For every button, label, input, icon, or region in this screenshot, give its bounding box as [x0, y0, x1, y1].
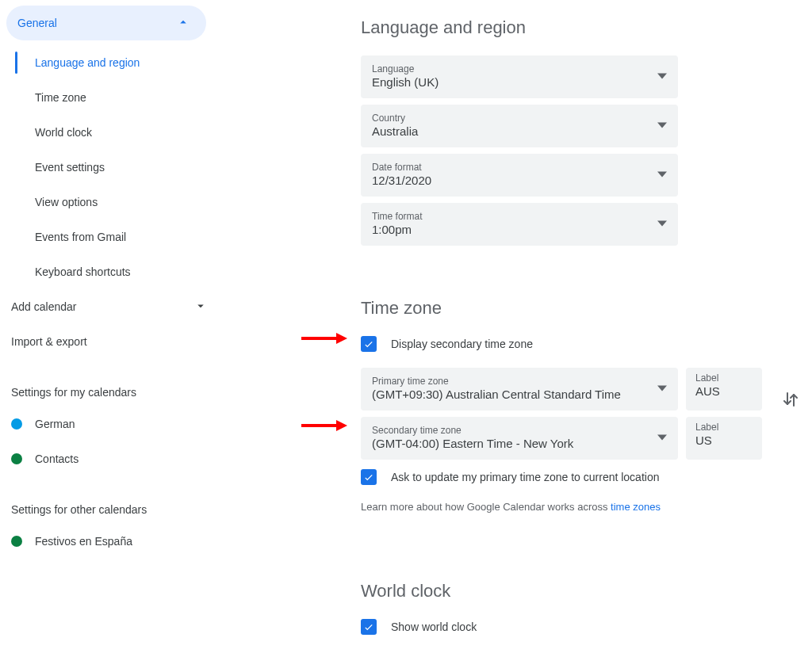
caret-down-icon — [657, 432, 667, 445]
sidebar-item-time-zone[interactable]: Time zone — [0, 80, 222, 115]
sidebar-calendar-contacts[interactable]: Contacts — [0, 441, 222, 476]
section-heading-language-region: Language and region — [361, 17, 773, 38]
calendar-color-dot — [11, 418, 22, 430]
section-heading-world-clock: World clock — [361, 581, 773, 601]
sidebar-calendar-german[interactable]: German — [0, 407, 222, 441]
sidebar-item-view-options[interactable]: View options — [0, 185, 222, 220]
dropdown-date-format[interactable]: Date format 12/31/2020 — [361, 154, 678, 197]
dropdown-primary-time-zone[interactable]: Primary time zone (GMT+09:30) Australian… — [361, 368, 678, 411]
sidebar-general-label: General — [17, 17, 57, 29]
caret-down-icon — [657, 120, 667, 132]
dropdown-time-format[interactable]: Time format 1:00pm — [361, 203, 678, 246]
sidebar-section-general[interactable]: General — [6, 6, 206, 40]
input-secondary-tz-label[interactable]: Label US — [686, 417, 762, 460]
caret-down-icon — [657, 169, 667, 181]
dropdown-secondary-time-zone[interactable]: Secondary time zone (GMT-04:00) Eastern … — [361, 417, 678, 460]
sidebar-item-event-settings[interactable]: Event settings — [0, 150, 222, 185]
checkbox-show-world-clock[interactable] — [361, 619, 377, 635]
sidebar-heading-my-calendars: Settings for my calendars — [0, 386, 222, 399]
checkbox-label: Display secondary time zone — [391, 338, 533, 350]
sidebar-item-import-export[interactable]: Import & export — [0, 324, 222, 359]
sidebar-heading-other-calendars: Settings for other calendars — [0, 503, 222, 516]
sidebar-item-keyboard-shortcuts[interactable]: Keyboard shortcuts — [0, 254, 222, 289]
checkbox-label: Show world clock — [391, 621, 477, 633]
settings-main: Language and region Language English (UK… — [361, 17, 773, 651]
sidebar-item-events-from-gmail[interactable]: Events from Gmail — [0, 220, 222, 254]
sidebar-item-world-clock[interactable]: World clock — [0, 115, 222, 150]
sidebar-item-add-calendar[interactable]: Add calendar — [0, 289, 222, 324]
section-heading-time-zone: Time zone — [361, 298, 773, 319]
link-time-zones[interactable]: time zones — [611, 501, 661, 513]
svg-marker-3 — [336, 420, 347, 431]
annotation-arrow-icon — [300, 418, 347, 433]
settings-sidebar: General Language and region Time zone Wo… — [0, 6, 222, 559]
caret-down-icon — [657, 383, 667, 395]
checkbox-display-secondary-tz[interactable] — [361, 336, 377, 352]
chevron-down-icon — [193, 299, 208, 315]
calendar-color-dot — [11, 536, 22, 547]
caret-down-icon — [657, 71, 667, 83]
annotation-arrow-icon — [300, 331, 347, 346]
dropdown-country[interactable]: Country Australia — [361, 105, 678, 147]
timezone-hint: Learn more about how Google Calendar wor… — [361, 501, 773, 513]
caret-down-icon — [657, 218, 667, 231]
swap-time-zones-icon[interactable] — [781, 390, 800, 411]
sidebar-calendar-festivos[interactable]: Festivos en España — [0, 524, 222, 559]
input-primary-tz-label[interactable]: Label AUS — [686, 368, 762, 411]
dropdown-language[interactable]: Language English (UK) — [361, 55, 678, 98]
chevron-up-icon — [176, 15, 190, 32]
sidebar-item-language-region[interactable]: Language and region — [0, 45, 222, 80]
svg-marker-1 — [336, 333, 347, 344]
checkbox-label: Ask to update my primary time zone to cu… — [391, 471, 659, 483]
checkbox-ask-update-tz[interactable] — [361, 469, 377, 485]
calendar-color-dot — [11, 453, 22, 464]
sidebar-general-children: Language and region Time zone World cloc… — [0, 45, 222, 289]
